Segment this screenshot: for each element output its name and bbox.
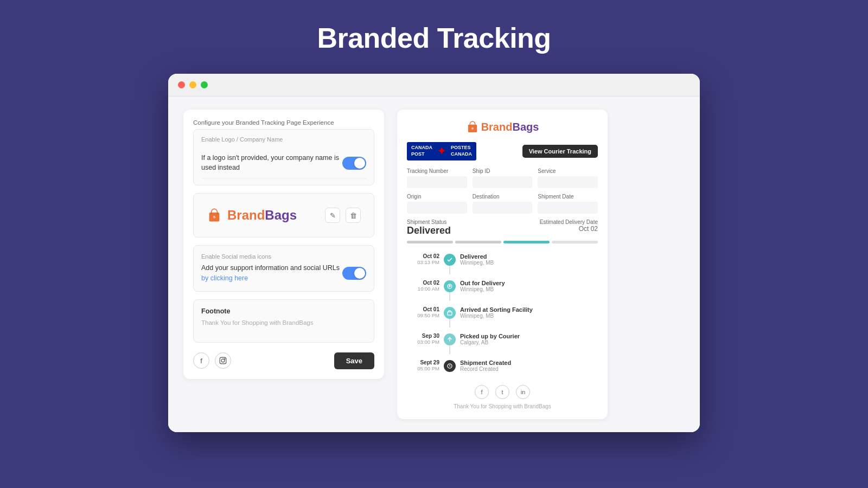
event-connector-2 (444, 280, 456, 301)
tracking-number-field: Tracking Number (407, 168, 467, 188)
service-field: Service (538, 168, 598, 188)
svg-point-3 (221, 359, 225, 362)
event-connector-5 (444, 359, 456, 372)
event-date-4: Sep 30 03:00 PM (407, 333, 439, 345)
svg-rect-2 (220, 357, 226, 364)
ship-id-value (473, 176, 533, 188)
event-date-3: Oct 01 09:50 PM (407, 306, 439, 318)
status-row: Shipment Status Delivered Estimated Deli… (407, 219, 598, 236)
brand-bags-header: BrandBags (407, 119, 598, 134)
status-label: Shipment Status (407, 219, 451, 225)
dot-yellow[interactable] (189, 81, 196, 88)
browser-titlebar (168, 74, 700, 97)
left-panel: Configure your Branded Tracking Page Exp… (183, 110, 384, 379)
ship-id-label: Ship ID (473, 168, 533, 174)
svg-point-4 (225, 358, 225, 359)
service-label: Service (538, 168, 598, 174)
event-detail-4: Picked up by Courier Calgary, AB (460, 333, 520, 345)
logo-toggle[interactable] (342, 157, 366, 170)
instagram-icon[interactable] (215, 352, 231, 369)
page-title: Branded Tracking (317, 22, 551, 54)
brand-logo: BrandBags (207, 207, 297, 224)
event-connector-1 (444, 253, 456, 274)
event-date-5: Sept 29 05:00 PM (407, 359, 439, 371)
save-button[interactable]: Save (334, 352, 374, 369)
ship-id-field: Ship ID (473, 168, 533, 188)
event-pickup: Sep 30 03:00 PM Picked up by (407, 331, 598, 356)
social-label: Enable Social media icons (201, 253, 366, 260)
logo-delete-btn[interactable]: 🗑 (346, 208, 361, 223)
event-detail-1: Delivered Winnipeg, MB (460, 253, 494, 266)
social-text: Add your support information and social … (201, 263, 340, 284)
event-connector-3 (444, 306, 456, 328)
origin-value (407, 202, 467, 214)
tracking-events: Oct 02 03:13 PM Delivered Winnipeg (407, 251, 598, 374)
logo-preview-box: BrandBags ✎ 🗑 (193, 193, 374, 237)
tracking-fields: Tracking Number Ship ID Service Origin D… (407, 168, 598, 214)
rp-header: CANADA POST ✦ POSTES CANADA View Courier… (407, 142, 598, 160)
event-out-delivery: Oct 02 10:00 AM Out for Deliv (407, 278, 598, 303)
origin-label: Origin (407, 194, 467, 200)
social-section: Enable Social media icons Add your suppo… (193, 245, 374, 292)
shipment-date-value (538, 202, 598, 214)
bag-icon-small (466, 119, 479, 134)
bag-icon (207, 207, 222, 224)
footnote-section: Footnote Thank You for Shopping with Bra… (193, 299, 374, 343)
footnote-text: Thank You for Shopping with BrandBags (201, 319, 366, 326)
dot-green[interactable] (201, 81, 208, 88)
rp-footer-text: Thank You for Shopping with BrandBags (407, 403, 598, 409)
right-panel: BrandBags CANADA POST ✦ POSTES CANADA Vi… (397, 110, 608, 419)
tracking-number-label: Tracking Number (407, 168, 467, 174)
dot-red[interactable] (178, 81, 185, 88)
logo-label: Enable Logo / Company Name (201, 136, 366, 143)
event-delivered: Oct 02 03:13 PM Delivered Winnipeg (407, 251, 598, 277)
event-date-2: Oct 02 10:00 AM (407, 280, 439, 292)
panel-footer: f Save (193, 350, 374, 369)
destination-label: Destination (473, 194, 533, 200)
logo-edit-btn[interactable]: ✎ (325, 208, 340, 223)
view-courier-tracking-button[interactable]: View Courier Tracking (522, 145, 598, 158)
facebook-icon[interactable]: f (193, 352, 209, 369)
shipment-date-label: Shipment Date (538, 194, 598, 200)
browser-content: 01 02 Configure your Branded Tracking Pa… (168, 97, 700, 432)
destination-field: Destination (473, 194, 533, 214)
event-created: Sept 29 05:00 PM Shipment Created (407, 357, 598, 374)
social-link[interactable]: by clicking here (201, 274, 248, 282)
event-detail-3: Arrived at Sorting Facility Winnipeg, MB (460, 306, 533, 319)
delivered-icon (444, 254, 456, 266)
logo-actions: ✎ 🗑 (325, 208, 361, 223)
config-title: Configure your Branded Tracking Page Exp… (193, 119, 374, 126)
rp-linkedin-icon[interactable]: in (516, 385, 530, 399)
event-date-1: Oct 02 03:13 PM (407, 253, 439, 265)
est-delivery-date: Oct 02 (540, 225, 598, 233)
logo-description: If a logo isn't provided, your company n… (201, 153, 342, 172)
rp-footer-icons: f t in (407, 381, 598, 399)
progress-seg-3 (503, 241, 550, 243)
status-value: Delivered (407, 225, 451, 236)
logo-toggle-row: If a logo isn't provided, your company n… (201, 146, 366, 178)
sorting-icon (444, 307, 456, 319)
event-connector-4 (444, 333, 456, 354)
progress-seg-2 (455, 241, 501, 243)
brand-logo-small: BrandBags (466, 119, 539, 134)
social-toggle[interactable] (342, 267, 366, 280)
brand-name: BrandBags (227, 208, 297, 223)
destination-value (473, 202, 533, 214)
service-value (538, 176, 598, 188)
progress-seg-4 (552, 241, 598, 243)
social-icons: f (193, 352, 231, 369)
shipment-date-field: Shipment Date (538, 194, 598, 214)
event-detail-5: Shipment Created Record Created (460, 359, 511, 372)
est-delivery-label: Estimated Delivery Date (540, 219, 598, 225)
pickup-icon (444, 333, 456, 345)
tracking-number-value (407, 176, 467, 188)
svg-rect-8 (448, 312, 452, 315)
svg-point-6 (471, 127, 474, 130)
origin-field: Origin (407, 194, 467, 214)
progress-seg-1 (407, 241, 453, 243)
progress-bar (407, 241, 598, 243)
rp-facebook-icon[interactable]: f (475, 385, 489, 399)
rp-twitter-icon[interactable]: t (495, 385, 509, 399)
event-detail-2: Out for Delivery Winnipeg, MB (460, 280, 505, 292)
brand-name-right: BrandBags (481, 121, 539, 133)
